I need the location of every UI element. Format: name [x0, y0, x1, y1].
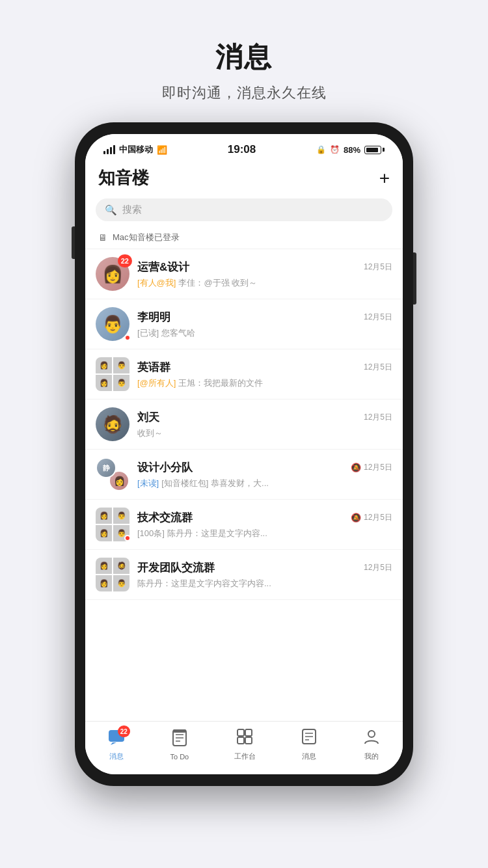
phone-frame: 中国移动 📶 19:08 🔒 ⏰ 88% 知音楼 + 🔍 搜索	[75, 122, 413, 786]
tag-read-2: [已读]	[137, 327, 159, 339]
app-header: 知音楼 +	[85, 161, 403, 196]
preview-3: 王旭：我把最新的文件	[178, 377, 263, 389]
chat-list: 👩 22 运营&设计 12月5日 [有人@我] 李佳：@于强 收到～	[85, 249, 403, 721]
search-placeholder: 搜索	[122, 204, 142, 216]
chat-item-6[interactable]: 👩 👨 👩 👨 技术交流群 🔕 12月5日	[85, 500, 403, 550]
chat-item-1[interactable]: 👩 22 运营&设计 12月5日 [有人@我] 李佳：@于强 收到～	[85, 249, 403, 299]
tab-label-workspace: 工作台	[234, 752, 256, 761]
tab-label-notification: 消息	[302, 752, 316, 761]
tag-unread-5: [未读]	[137, 478, 159, 489]
preview-7: 陈丹丹：这里是文字内容文字内容...	[137, 578, 271, 590]
svg-rect-5	[173, 729, 186, 733]
preview-5: [知音楼红包] 恭喜发财，大...	[161, 478, 269, 489]
chat-time-3: 12月5日	[364, 362, 392, 373]
preview-1: 李佳：@于强 收到～	[178, 277, 257, 289]
chat-time-4: 12月5日	[364, 412, 392, 423]
badge-22: 22	[118, 254, 132, 267]
battery-percent: 88%	[344, 145, 360, 155]
battery-icon	[364, 146, 385, 154]
tab-todo[interactable]: To Do	[170, 729, 189, 761]
chat-item-2[interactable]: 👨 李明明 12月5日 [已读] 您客气哈	[85, 299, 403, 349]
tab-label-todo: To Do	[170, 753, 189, 761]
page-subtitle: 即时沟通，消息永久在线	[162, 83, 327, 103]
app-title: 知音楼	[98, 167, 149, 189]
wifi-icon: 📶	[157, 145, 167, 155]
tab-mine[interactable]: 我的	[363, 728, 380, 761]
dot-badge-2	[124, 334, 131, 341]
svg-point-14	[368, 731, 375, 737]
svg-rect-6	[237, 729, 244, 736]
tab-messages[interactable]: 22 消息	[108, 728, 125, 761]
page-header: 消息 即时沟通，消息永久在线	[162, 0, 327, 122]
tab-label-mine: 我的	[364, 752, 379, 761]
tab-workspace[interactable]: 工作台	[234, 728, 256, 761]
mac-notice: 🖥 Mac知音楼已登录	[85, 228, 403, 249]
svg-rect-9	[245, 737, 252, 744]
tab-badge-messages: 22	[118, 726, 130, 737]
chat-time-2: 12月5日	[364, 312, 392, 323]
chat-name-5: 设计小分队	[137, 460, 193, 475]
tag-mention-1: [有人@我]	[137, 277, 176, 289]
chat-name-7: 开发团队交流群	[137, 560, 215, 575]
chat-item-4[interactable]: 🧔 刘天 12月5日 收到～	[85, 400, 403, 450]
chat-name-4: 刘天	[137, 410, 159, 425]
alarm-icon: ⏰	[330, 145, 340, 154]
dot-badge-6	[124, 535, 131, 541]
preview-2: 您客气哈	[161, 327, 195, 339]
mac-notice-text: Mac知音楼已登录	[113, 232, 180, 243]
chat-name-2: 李明明	[137, 310, 170, 325]
chat-item-3[interactable]: 👩 👨 👩 👨 英语群 12月5日 [@所有人] 王旭：我把最新的文件	[85, 349, 403, 400]
add-button[interactable]: +	[379, 169, 390, 187]
search-icon: 🔍	[105, 204, 117, 216]
tag-count-6: [100条]	[137, 528, 165, 539]
chat-name-3: 英语群	[137, 360, 170, 375]
tab-bar: 22 消息 To Do	[85, 721, 403, 774]
svg-rect-7	[245, 729, 252, 736]
tag-at-all-3: [@所有人]	[137, 377, 176, 389]
status-bar: 中国移动 📶 19:08 🔒 ⏰ 88%	[85, 134, 403, 161]
preview-6: 陈丹丹：这里是文字内容...	[167, 528, 267, 539]
chat-name-6: 技术交流群	[137, 510, 193, 525]
svg-rect-8	[237, 737, 244, 744]
page-title: 消息	[162, 39, 327, 75]
chat-time-5: 12月5日	[364, 462, 392, 473]
chat-time-7: 12月5日	[364, 562, 392, 573]
chat-time-1: 12月5日	[364, 262, 392, 273]
chat-item-7[interactable]: 👩 🧔 👩 👨 开发团队交流群 12月5日 陈丹丹：这里是文字内容文字内容...	[85, 550, 403, 600]
signal-icon	[103, 145, 115, 154]
search-bar[interactable]: 🔍 搜索	[96, 198, 392, 221]
chat-item-5[interactable]: 静 👩 设计小分队 🔕 12月5日 [未读]	[85, 450, 403, 500]
lock-icon: 🔒	[316, 145, 326, 154]
time-display: 19:08	[228, 143, 256, 156]
preview-4: 收到～	[137, 427, 163, 439]
chat-name-1: 运营&设计	[137, 260, 189, 275]
mute-icon-5: 🔕	[351, 463, 361, 472]
mute-icon-6: 🔕	[351, 513, 361, 522]
chat-time-6: 12月5日	[364, 512, 392, 523]
phone-screen: 中国移动 📶 19:08 🔒 ⏰ 88% 知音楼 + 🔍 搜索	[85, 134, 403, 774]
tab-label-messages: 消息	[109, 752, 124, 761]
carrier-label: 中国移动	[119, 144, 153, 156]
tab-notification[interactable]: 消息	[301, 728, 318, 761]
monitor-icon: 🖥	[98, 232, 107, 243]
